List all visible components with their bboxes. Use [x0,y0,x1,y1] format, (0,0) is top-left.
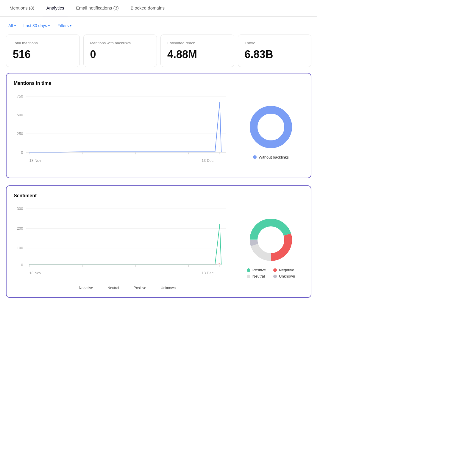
svg-text:100: 100 [17,246,23,250]
tab-email[interactable]: Email notifications (3) [72,0,122,16]
sentiment-svg: 300 200 100 0 13 Nov 13 Dec [14,204,232,282]
negative-line-icon [70,288,77,288]
mentions-chart-panel: Mentions in time 750 500 250 0 13 Nov 13… [6,73,311,178]
filter-period-button[interactable]: Last 30 days ▾ [21,22,52,29]
negative-dot [273,268,277,272]
chevron-down-icon: ▾ [14,24,16,27]
svg-text:13 Dec: 13 Dec [202,271,213,275]
svg-text:13 Nov: 13 Nov [29,159,41,163]
sentiment-donut [247,216,295,264]
legend-neutral-donut: Neutral [247,274,269,278]
legend-positive-donut: Positive [247,268,269,272]
sentiment-donut-area: Positive Negative Neutral Unknown [238,216,304,278]
positive-dot [247,268,250,272]
svg-text:13 Nov: 13 Nov [29,271,41,275]
svg-text:0: 0 [21,151,23,155]
svg-text:13 Dec: 13 Dec [202,159,213,163]
svg-text:0: 0 [21,263,23,267]
legend-unknown-donut: Unknown [273,274,295,278]
sentiment-line-chart: 300 200 100 0 13 Nov 13 Dec [14,204,232,290]
chevron-down-icon: ▾ [70,24,71,27]
sentiment-chart-title: Sentiment [14,193,304,198]
svg-text:250: 250 [17,132,23,136]
mentions-chart-title: Mentions in time [14,81,304,86]
legend-neutral-line: Neutral [99,286,119,290]
neutral-line-icon [99,288,106,288]
unknown-line-icon [152,288,159,288]
svg-text:200: 200 [17,226,23,231]
legend-without-backlinks: Without backlinks [253,155,289,159]
svg-point-15 [254,110,288,144]
sentiment-line-legend: Negative Neutral Positive Unknown [14,286,232,290]
neutral-dot [247,275,250,278]
filter-filters-button[interactable]: Filters ▾ [55,22,74,29]
stat-total-mentions: Total mentions 516 [6,35,80,67]
mentions-legend: Without backlinks [253,155,289,159]
tab-analytics[interactable]: Analytics [43,0,68,16]
without-backlinks-dot [253,155,257,159]
legend-negative-line: Negative [70,286,93,290]
svg-text:500: 500 [17,113,23,117]
svg-text:300: 300 [17,207,23,211]
sentiment-chart-layout: 300 200 100 0 13 Nov 13 Dec [14,204,304,290]
sentiment-donut-legend: Positive Negative Neutral Unknown [247,268,295,278]
legend-negative-donut: Negative [273,268,295,272]
tabs-bar: Mentions (8) Analytics Email notificatio… [0,0,317,17]
svg-text:750: 750 [17,94,23,98]
tab-mentions[interactable]: Mentions (8) [6,0,38,16]
mentions-donut-area: Without backlinks [238,103,304,159]
mentions-chart-layout: 750 500 250 0 13 Nov 13 Dec [14,92,304,170]
mentions-donut [247,103,295,151]
stats-row: Total mentions 516 Mentions with backlin… [0,35,317,73]
tab-blocked-domains[interactable]: Blocked domains [127,0,168,16]
sentiment-chart-panel: Sentiment 300 200 100 0 13 Nov 13 Dec [6,185,311,298]
filter-all-button[interactable]: All ▾ [6,22,18,29]
unknown-dot [273,275,277,278]
legend-unknown-line: Unknown [152,286,176,290]
filters-bar: All ▾ Last 30 days ▾ Filters ▾ [0,17,317,35]
stat-estimated-reach: Estimated reach 4.88M [160,35,234,67]
stat-traffic: Traffic 6.83B [238,35,312,67]
mentions-line-chart: 750 500 250 0 13 Nov 13 Dec [14,92,232,170]
stat-mentions-backlinks: Mentions with backlinks 0 [83,35,157,67]
chevron-down-icon: ▾ [48,24,50,27]
positive-line-icon [125,288,132,288]
mentions-svg: 750 500 250 0 13 Nov 13 Dec [14,92,232,169]
legend-positive-line: Positive [125,286,146,290]
